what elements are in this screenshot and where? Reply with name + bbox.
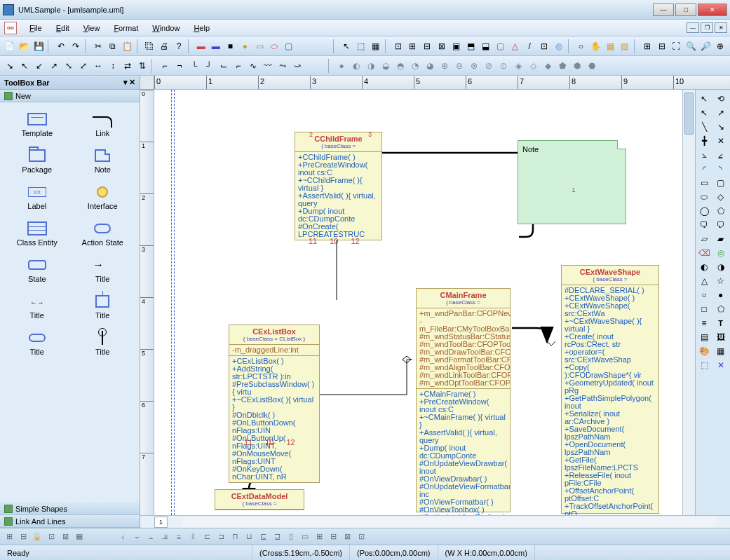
shape6-icon[interactable]: ⬭	[267, 39, 281, 53]
rp-sel-icon[interactable]: ⬚	[697, 359, 711, 371]
snap5-icon[interactable]: ▣	[450, 39, 464, 53]
rp-ellipse-icon[interactable]: ⬭	[697, 191, 711, 203]
pointer-icon[interactable]: ↖	[339, 39, 353, 53]
bt11-icon[interactable]: ⦀	[187, 531, 199, 543]
corner4-icon[interactable]: ┘	[202, 59, 216, 73]
arr7-icon[interactable]: ↔	[91, 59, 105, 73]
arr6-icon[interactable]: ⤢	[76, 59, 90, 73]
tool-label[interactable]: XXLabel	[6, 181, 69, 214]
rp-paint-icon[interactable]: 🎨	[697, 345, 711, 357]
tool-title-2[interactable]: Title	[6, 290, 69, 324]
rp-z1-icon[interactable]: ⦣	[697, 149, 711, 161]
new-icon[interactable]: 📄	[3, 39, 17, 53]
shape3-icon[interactable]: ■	[224, 39, 238, 53]
close-button[interactable]: ✕	[698, 4, 727, 16]
menu-format[interactable]: Format	[108, 22, 144, 34]
minimize-button[interactable]: —	[653, 4, 674, 16]
sh5-icon[interactable]: ◓	[393, 59, 407, 73]
rp-arrow-icon[interactable]: ↘	[714, 121, 728, 133]
snap3-icon[interactable]: ⊟	[420, 39, 434, 53]
mdi-close[interactable]: ✕	[715, 22, 727, 33]
bt16-icon[interactable]: ⊑	[257, 531, 269, 543]
sh8-icon[interactable]: ⊕	[438, 59, 452, 73]
bt-lock-icon[interactable]: 🔒	[31, 531, 43, 543]
arr9-icon[interactable]: ⇄	[121, 59, 135, 73]
help-icon[interactable]: ?	[172, 39, 186, 53]
bt12-icon[interactable]: ⊏	[201, 531, 213, 543]
bt22-icon[interactable]: ⊠	[341, 531, 353, 543]
corner6-icon[interactable]: ⌐	[231, 59, 245, 73]
mdi-minimize[interactable]: —	[687, 22, 699, 33]
rp-rect-icon[interactable]: ▭	[697, 177, 711, 189]
toolbox-cat-linklines[interactable]: Link And Lines	[0, 515, 140, 528]
curve4-icon[interactable]: ⤻	[290, 59, 304, 73]
tool-title-4[interactable]: Title	[6, 327, 69, 360]
bt2-icon[interactable]: ⊟	[17, 531, 29, 543]
redo-icon[interactable]: ↷	[69, 39, 83, 53]
rp-c2-icon[interactable]: ●	[714, 289, 728, 301]
rp-callout1-icon[interactable]: 🗨	[697, 219, 711, 231]
bt4-icon[interactable]: ⊠	[59, 531, 72, 543]
bt7-icon[interactable]: ⫟	[130, 531, 143, 543]
line-icon[interactable]: /	[522, 39, 536, 53]
bt5-icon[interactable]: ▦	[73, 531, 86, 543]
zoom100-icon[interactable]: ⊕	[713, 39, 727, 53]
zoomin-icon[interactable]: 🔍	[684, 39, 698, 53]
sh4-icon[interactable]: ◒	[379, 59, 393, 73]
arr3-icon[interactable]: ↙	[32, 59, 46, 73]
rp-x-icon[interactable]: ✕	[714, 359, 728, 371]
arr2-icon[interactable]: ↖	[18, 59, 32, 73]
menu-view[interactable]: View	[78, 22, 106, 34]
rp-cross-icon[interactable]: ✕	[714, 135, 728, 147]
tool-title-5[interactable]: Title	[72, 327, 135, 360]
tool-link[interactable]: Link	[72, 108, 135, 142]
paste-icon[interactable]: 📋	[121, 39, 135, 53]
layers2-icon[interactable]: ▨	[618, 39, 632, 53]
crop-icon[interactable]: ⊡	[537, 39, 551, 53]
horizontal-scrollbar[interactable]: 1	[140, 515, 730, 528]
rp-tri-icon[interactable]: △	[697, 275, 711, 287]
cut-icon[interactable]: ✂	[91, 39, 105, 53]
bt19-icon[interactable]: ▭	[299, 531, 311, 543]
sh14-icon[interactable]: ◇	[526, 59, 540, 73]
sh9-icon[interactable]: ⊖	[452, 59, 466, 73]
tool-action-state[interactable]: Action State	[72, 217, 135, 251]
snap7-icon[interactable]: ⬓	[479, 39, 493, 53]
bt17-icon[interactable]: ⊒	[271, 531, 283, 543]
bt20-icon[interactable]: ⊞	[313, 531, 325, 543]
corner5-icon[interactable]: ⌙	[217, 59, 231, 73]
dup-icon[interactable]: ⿻	[142, 39, 156, 53]
rp-arc1-icon[interactable]: ◜	[697, 163, 711, 175]
vertical-scrollbar[interactable]	[682, 90, 695, 515]
fit-icon[interactable]: ⛶	[670, 39, 684, 53]
bt21-icon[interactable]: ⊟	[327, 531, 339, 543]
tool-state[interactable]: State	[6, 254, 69, 287]
rp-rot-icon[interactable]: ⟲	[714, 93, 728, 105]
rp-diamond-icon[interactable]: ◇	[714, 191, 728, 203]
tool-interface[interactable]: Interface	[72, 181, 135, 214]
rp-text-icon[interactable]: ≡	[697, 317, 711, 329]
rp-rrect-icon[interactable]: ▢	[714, 177, 728, 189]
tool-title-3[interactable]: Title	[72, 290, 135, 324]
bt23-icon[interactable]: ⊡	[355, 531, 367, 543]
rp-c1-icon[interactable]: ○	[697, 289, 711, 301]
copy-icon[interactable]: ⧉	[106, 39, 120, 53]
rp-line-icon[interactable]: ╲	[697, 121, 711, 133]
bt10-icon[interactable]: ≡	[173, 531, 185, 543]
toolbox-cat-simple[interactable]: Simple Shapes	[0, 503, 140, 515]
bt6-icon[interactable]: ⫞	[116, 531, 129, 543]
snap2-icon[interactable]: ⊞	[406, 39, 420, 53]
rp-m2-icon[interactable]: ◑	[714, 261, 728, 273]
rp-note1-icon[interactable]: ▱	[697, 233, 711, 245]
grid-icon[interactable]: ▦	[369, 39, 383, 53]
toolbox-pin-icon[interactable]: ▾	[123, 78, 128, 87]
snap6-icon[interactable]: ⬒	[464, 39, 478, 53]
rp-star-icon[interactable]: ☆	[714, 275, 728, 287]
layers1-icon[interactable]: ▦	[603, 39, 617, 53]
sh15-icon[interactable]: ◆	[541, 59, 555, 73]
tool-package[interactable]: Package	[6, 144, 69, 178]
rect-icon[interactable]: ▢	[493, 39, 507, 53]
sh13-icon[interactable]: ◈	[511, 59, 525, 73]
corner2-icon[interactable]: ¬	[173, 59, 187, 73]
rp-pointer-icon[interactable]: ↖	[697, 93, 711, 105]
